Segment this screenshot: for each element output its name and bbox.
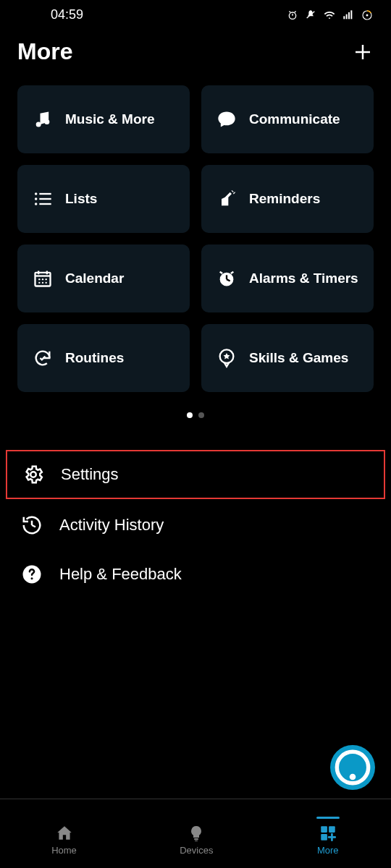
add-button[interactable] (352, 41, 374, 63)
page-header: More (0, 28, 391, 85)
calendar-icon (32, 268, 54, 289)
history-icon (20, 514, 43, 537)
svg-rect-47 (321, 826, 327, 833)
svg-rect-49 (321, 834, 327, 841)
card-lists[interactable]: Lists (17, 165, 190, 233)
svg-line-21 (232, 190, 233, 192)
svg-point-10 (366, 14, 369, 16)
svg-point-15 (35, 192, 38, 195)
status-icons (287, 9, 374, 22)
nav-label: Devices (180, 845, 213, 856)
svg-point-28 (42, 278, 43, 280)
music-icon (32, 109, 54, 130)
card-routines[interactable]: Routines (17, 324, 190, 392)
status-time: 04:59 (51, 7, 83, 22)
wifi-icon (323, 9, 336, 21)
svg-line-40 (32, 525, 35, 527)
bulb-icon (186, 823, 206, 843)
menu-list: Settings Activity History Help & Feedbac… (0, 450, 391, 597)
card-alarms-timers[interactable]: Alarms & Timers (201, 244, 374, 312)
list-item-label: Activity History (59, 516, 164, 535)
help-icon (20, 563, 43, 586)
svg-point-13 (36, 122, 41, 127)
svg-rect-6 (346, 14, 348, 19)
more-icon (318, 823, 338, 843)
card-label: Calendar (65, 271, 124, 287)
card-skills-games[interactable]: Skills & Games (201, 324, 374, 392)
card-communicate[interactable]: Communicate (201, 85, 374, 153)
svg-line-2 (289, 11, 290, 12)
nav-label: More (317, 845, 339, 856)
chat-icon (216, 109, 237, 130)
pager-dot-active (187, 412, 193, 418)
routines-icon (32, 347, 54, 369)
nav-more[interactable]: More (316, 817, 340, 856)
svg-rect-7 (348, 12, 350, 19)
card-reminders[interactable]: Reminders (201, 165, 374, 233)
svg-line-22 (233, 192, 235, 194)
svg-rect-45 (194, 838, 198, 840)
svg-point-27 (38, 278, 40, 280)
skills-icon (216, 347, 237, 369)
card-label: Communicate (249, 111, 340, 128)
list-item-activity-history[interactable]: Activity History (6, 502, 385, 548)
vibrate-icon (304, 9, 317, 21)
svg-point-29 (46, 278, 47, 280)
list-item-label: Help & Feedback (59, 565, 182, 584)
nav-devices[interactable]: Devices (180, 817, 213, 856)
svg-rect-5 (343, 16, 345, 19)
gear-icon (22, 463, 45, 486)
svg-point-19 (35, 203, 38, 205)
nav-label: Home (51, 845, 77, 856)
nav-home[interactable]: Home (51, 817, 77, 856)
svg-point-30 (38, 282, 40, 284)
card-label: Routines (65, 350, 124, 367)
card-label: Lists (65, 191, 97, 208)
card-grid: Music & More Communicate Lists Reminders… (0, 85, 391, 392)
card-label: Skills & Games (249, 350, 348, 367)
card-label: Alarms & Timers (249, 271, 358, 287)
card-label: Reminders (249, 191, 320, 208)
alarm-status-icon (287, 9, 298, 21)
svg-point-44 (350, 774, 356, 780)
card-label: Music & More (65, 111, 155, 128)
svg-rect-16 (39, 193, 51, 195)
alexa-fab[interactable] (330, 745, 375, 790)
svg-point-32 (46, 282, 47, 284)
svg-line-37 (231, 272, 234, 273)
battery-icon (361, 9, 374, 22)
reminder-icon (216, 188, 237, 210)
page-title: More (17, 38, 72, 65)
status-bar: 04:59 (0, 0, 391, 28)
svg-rect-20 (39, 203, 51, 205)
pager-dot (198, 412, 204, 418)
svg-rect-8 (350, 10, 352, 19)
card-music-and-more[interactable]: Music & More (17, 85, 190, 153)
svg-rect-18 (39, 198, 51, 200)
svg-point-42 (31, 577, 33, 579)
home-icon (54, 823, 75, 843)
lists-icon (32, 188, 54, 210)
svg-rect-46 (195, 841, 198, 841)
svg-point-14 (44, 119, 49, 124)
alarm-icon (216, 268, 237, 289)
svg-line-3 (295, 11, 296, 12)
card-calendar[interactable]: Calendar (17, 244, 190, 312)
list-item-label: Settings (61, 465, 119, 484)
signal-icon (342, 9, 355, 21)
list-item-settings[interactable]: Settings (6, 450, 385, 499)
page-indicator (0, 412, 391, 418)
list-item-help-feedback[interactable]: Help & Feedback (6, 551, 385, 597)
svg-rect-48 (329, 826, 335, 833)
svg-point-17 (35, 197, 38, 200)
svg-line-36 (220, 272, 223, 273)
svg-point-31 (42, 282, 43, 284)
bottom-nav: Home Devices More (0, 799, 391, 868)
